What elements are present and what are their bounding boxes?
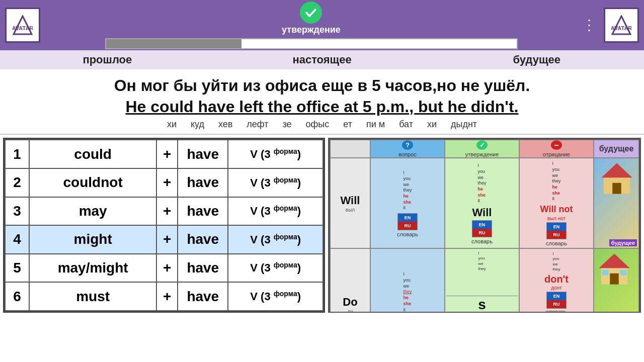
utverzhdenie-label: утверждение xyxy=(282,25,341,35)
en-ru-button-5[interactable]: EN RU xyxy=(546,292,567,309)
menu-icon[interactable]: ⋮ xyxy=(582,18,596,32)
table-row: 5 may/might + have V (3 форма) xyxy=(5,254,323,283)
slovar-label-5: словарь xyxy=(546,309,567,313)
svg-rect-9 xyxy=(610,274,619,285)
do-neg-cell: Iyouwethey don't донт EN RU словарь Does… xyxy=(519,248,594,313)
row5-num: 5 xyxy=(5,254,29,283)
affirm-label: утверждение xyxy=(465,151,499,157)
trans-2: куд xyxy=(191,119,204,130)
table-row: 2 couldnot + have V (3 форма) xyxy=(5,168,323,197)
en-ru-button-2[interactable]: EN RU xyxy=(472,220,492,237)
svg-rect-11 xyxy=(620,270,626,276)
row3-modal: may xyxy=(29,197,156,226)
row1-modal: could xyxy=(29,140,156,168)
row1-num: 1 xyxy=(5,140,29,168)
will-affirm-will: Will xyxy=(472,206,492,219)
english-sentence: He could have left the office at 5 p.m.,… xyxy=(15,97,629,118)
will-not-sub: выл нот xyxy=(547,216,566,221)
table-row: 3 may + have V (3 форма) xyxy=(5,197,323,226)
future-image: будущее xyxy=(594,158,639,248)
row2-have: have xyxy=(178,168,228,197)
header-center: утверждение xyxy=(40,2,582,49)
trans-5: зе xyxy=(282,119,291,130)
do-row-label: Do ду xyxy=(330,248,370,313)
grid-header-neg: – отрицание xyxy=(519,140,594,158)
conjugation-grid-container: ? вопрос ✓ утверждение – отрицание будущ… xyxy=(328,138,641,313)
grid-header-question: ? вопрос xyxy=(370,140,445,158)
will-main: Will xyxy=(341,194,360,207)
trans-8: пи м xyxy=(366,119,385,130)
row6-modal: must xyxy=(29,282,156,311)
header-right: ⋮ AVATAR xyxy=(582,8,639,43)
row1-have: have xyxy=(178,140,228,168)
will-affirm-cell: Iyouwethey hesheit Will EN RU словарь xyxy=(445,158,519,248)
will-affirm-pronouns: Iyouwethey hesheit xyxy=(476,162,487,205)
present-image: настоящее xyxy=(594,248,639,313)
neg-label: отрицание xyxy=(543,151,570,157)
progress-future xyxy=(381,39,516,48)
row4-plus: + xyxy=(156,225,178,254)
neg-badge: – xyxy=(551,140,562,150)
will-neg-cell: Iyouwethey hesheit Will not выл нот EN R… xyxy=(519,158,594,248)
row4-num: 4 xyxy=(5,225,29,254)
question-badge: ? xyxy=(402,140,413,150)
progress-present xyxy=(242,39,381,48)
header: AVATAR утверждение ⋮ AVATAR xyxy=(0,0,644,50)
row1-v3: V (3 форма) xyxy=(228,140,323,168)
row3-plus: + xyxy=(156,197,178,226)
table-row: 6 must + have V (3 форма) xyxy=(5,282,323,311)
do-affirm-pronouns: Iyouwethey xyxy=(477,250,487,273)
sentence-area: Он мог бы уйти из офиса еще в 5 часов,но… xyxy=(0,69,644,135)
trans-9: бат xyxy=(399,119,413,130)
will-sub: выл xyxy=(346,207,355,213)
do-sub: ду xyxy=(348,309,353,313)
slovar-label-2: словарь xyxy=(471,238,493,244)
trans-1: хи xyxy=(167,119,177,130)
grammar-table-container: 1 could + have V (3 форма) 2 couldnot + … xyxy=(3,138,325,313)
affirm-badge: ✓ xyxy=(476,140,488,150)
will-q-pronouns: Iyouwethey hesheit xyxy=(402,169,413,212)
row3-have: have xyxy=(178,197,228,226)
progress-bar xyxy=(105,38,518,49)
time-future: будущее xyxy=(429,53,644,66)
row2-modal: couldnot xyxy=(29,168,156,197)
avatar-logo-left[interactable]: AVATAR xyxy=(5,8,40,43)
avatar-logo-right[interactable]: AVATAR xyxy=(604,8,639,43)
will-neg-pronouns: Iyouwethey hesheit xyxy=(551,160,561,203)
row6-v3: V (3 форма) xyxy=(228,282,323,311)
slovar-label-3: словарь xyxy=(546,240,567,246)
slovar-label: словарь xyxy=(397,231,418,237)
do-affirm-cell: Iyouwethey s Does даз hesheit xyxy=(445,248,519,313)
trans-7: ет xyxy=(343,119,352,130)
do-q-pronouns: Iyouwethey hesheit xyxy=(402,270,413,313)
future-header-label: будущее xyxy=(599,144,634,153)
row3-v3: V (3 форма) xyxy=(228,197,323,226)
question-label: вопрос xyxy=(398,151,417,157)
trans-6: офыс xyxy=(306,119,330,130)
row4-v3: V (3 форма) xyxy=(228,225,323,254)
row2-plus: + xyxy=(156,168,178,197)
svg-rect-6 xyxy=(612,183,621,194)
time-past: прошлое xyxy=(0,53,215,66)
svg-text:AVATAR: AVATAR xyxy=(611,25,631,31)
grammar-table: 1 could + have V (3 форма) 2 couldnot + … xyxy=(5,139,324,311)
grid-header-empty xyxy=(330,140,370,158)
row6-have: have xyxy=(178,282,228,311)
trans-10: хи xyxy=(427,119,437,130)
do-main: Do xyxy=(343,296,357,309)
dont-label: don't xyxy=(544,274,569,285)
svg-marker-5 xyxy=(601,163,632,178)
s-label: s xyxy=(478,297,486,313)
en-ru-button[interactable]: EN RU xyxy=(397,213,418,230)
grid-header-affirm: ✓ утверждение xyxy=(445,140,519,158)
en-ru-button-3[interactable]: EN RU xyxy=(546,222,567,239)
row5-v3: V (3 форма) xyxy=(228,254,323,283)
trans-4: лефт xyxy=(247,119,268,130)
dont-sub: донт xyxy=(551,285,562,291)
table-row: 1 could + have V (3 форма) xyxy=(5,140,323,168)
header-check: утверждение xyxy=(282,2,341,35)
row2-v3: V (3 форма) xyxy=(228,168,323,197)
will-q-cell: Iyouwethey hesheit EN RU словарь xyxy=(370,158,445,248)
svg-text:AVATAR: AVATAR xyxy=(13,25,33,31)
row4-modal: might xyxy=(29,225,156,254)
